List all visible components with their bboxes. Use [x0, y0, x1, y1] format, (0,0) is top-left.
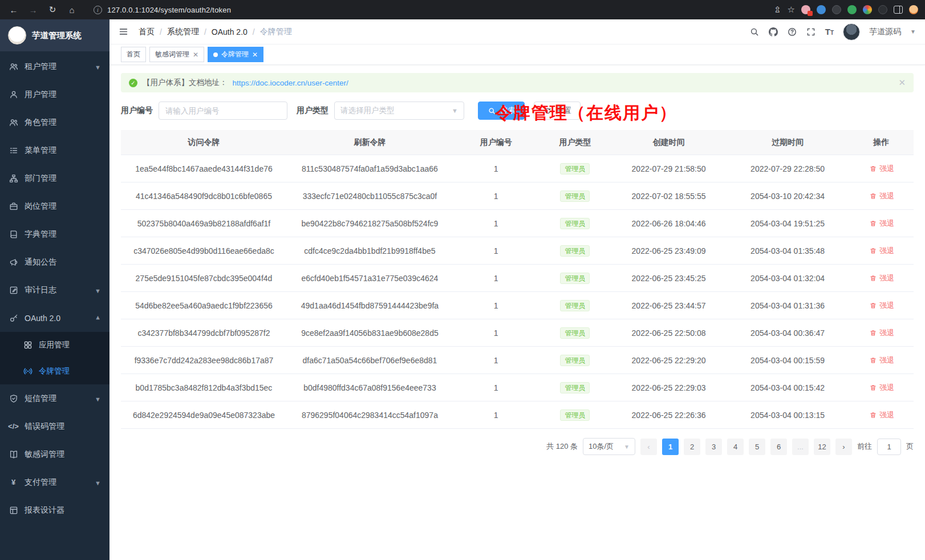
sidebar-item-dict[interactable]: 字典管理 [0, 220, 109, 248]
extension-icon-5[interactable] [863, 5, 872, 14]
actions-cell: 强退 [849, 218, 914, 229]
sidebar-item-tenant[interactable]: 租户管理▼ [0, 52, 109, 80]
notice-icon [9, 257, 18, 267]
admin-badge: 管理员 [560, 409, 590, 421]
sidebar-item-role[interactable]: 角色管理 [0, 108, 109, 136]
tab-home[interactable]: 首页 [121, 47, 146, 62]
tab-token[interactable]: 令牌管理✕ [208, 47, 263, 62]
main-area: 首页/系统管理/OAuth 2.0/令牌管理 TT 芋道源码 ▼ 首页敏感词管理… [109, 19, 925, 560]
sidebar-item-report[interactable]: 报表设计器 [0, 496, 109, 524]
chevron-down-icon: ▼ [95, 396, 101, 403]
breadcrumb-item[interactable]: 首页 [139, 27, 155, 37]
force-logout-button[interactable]: 强退 [868, 410, 894, 420]
tab-sensitive[interactable]: 敏感词管理✕ [149, 47, 204, 62]
breadcrumb-item[interactable]: 令牌管理 [260, 27, 292, 37]
sidebar-item-pay[interactable]: ¥支付管理▼ [0, 468, 109, 496]
goto-page-input[interactable] [877, 439, 901, 455]
page-button-1[interactable]: 1 [662, 439, 679, 455]
doc-link[interactable]: https://doc.iocoder.cn/user-center/ [233, 79, 348, 87]
extensions-puzzle-icon[interactable] [878, 5, 887, 14]
home-icon[interactable]: ⌂ [65, 3, 79, 17]
actions-cell: 强退 [849, 273, 914, 283]
bookmark-star-icon[interactable]: ☆ [788, 5, 795, 15]
force-logout-button[interactable]: 强退 [868, 164, 894, 174]
sidebar-item-notice[interactable]: 通知公告 [0, 248, 109, 276]
page-button-5[interactable]: 5 [749, 439, 765, 455]
next-page-button[interactable]: › [835, 439, 852, 455]
help-icon[interactable] [788, 27, 797, 36]
user-type-select[interactable]: 请选择用户类型 ▼ [334, 102, 464, 120]
sidebar: 芋道管理系统 租户管理▼用户管理角色管理菜单管理部门管理岗位管理字典管理通知公告… [0, 19, 109, 560]
page-button-6[interactable]: 6 [770, 439, 787, 455]
page-size-select[interactable]: 10条/页 ▼ [583, 438, 635, 455]
sidebar-item-label: 租户管理 [25, 62, 56, 72]
sidebar-item-label: 字典管理 [25, 229, 56, 240]
search-icon[interactable] [750, 27, 760, 36]
force-logout-button[interactable]: 强退 [868, 328, 894, 338]
force-logout-button[interactable]: 强退 [868, 355, 894, 366]
extension-icon-2[interactable] [817, 5, 826, 14]
force-logout-button[interactable]: 强退 [868, 301, 894, 311]
prev-page-button[interactable]: ‹ [640, 439, 657, 455]
page-button-4[interactable]: 4 [727, 439, 744, 455]
access-token-cell: c347026e805e4d99b0d116eae66eda8c [121, 246, 287, 255]
tab-close-icon[interactable]: ✕ [193, 51, 198, 59]
sidebar-item-sms[interactable]: 短信管理▼ [0, 384, 109, 412]
share-icon[interactable]: ⇫ [774, 5, 781, 15]
force-logout-button[interactable]: 强退 [868, 273, 894, 283]
forward-icon[interactable]: → [26, 3, 40, 17]
sidebar-item-menu[interactable]: 菜单管理 [0, 136, 109, 164]
address-bar[interactable]: i 127.0.0.1:1024/system/oauth2/token [84, 6, 768, 14]
breadcrumb-item[interactable]: OAuth 2.0 [212, 27, 248, 36]
username: 芋道源码 [869, 27, 901, 37]
chevron-down-icon[interactable]: ▼ [910, 29, 916, 35]
sidebar-item-audit[interactable]: 审计日志▼ [0, 276, 109, 304]
back-icon[interactable]: ← [7, 3, 21, 17]
page-button-...[interactable]: ... [792, 439, 809, 455]
delete-icon [868, 246, 878, 255]
force-logout-button[interactable]: 强退 [868, 191, 894, 201]
delete-icon [868, 383, 878, 392]
goto-suffix: 页 [906, 441, 914, 452]
profile-avatar-icon[interactable] [909, 5, 918, 14]
extension-icon-1[interactable] [801, 5, 810, 14]
extension-icon-4[interactable] [847, 5, 857, 14]
page-button-12[interactable]: 12 [814, 439, 830, 455]
search-button[interactable]: 搜索 [478, 102, 525, 120]
errcode-icon: </> [9, 421, 18, 431]
force-logout-button[interactable]: 强退 [868, 246, 894, 256]
extension-icon-3[interactable] [832, 5, 841, 14]
github-icon[interactable] [769, 27, 778, 36]
force-logout-button[interactable]: 强退 [868, 383, 894, 393]
chevron-down-icon: ▼ [95, 287, 101, 294]
sidebar-item-dept[interactable]: 部门管理 [0, 164, 109, 192]
tab-close-icon[interactable]: ✕ [252, 51, 258, 59]
sidebar-item-token[interactable]: 令牌管理 [0, 358, 109, 384]
sidebar-item-sensitive[interactable]: 敏感词管理 [0, 440, 109, 468]
fullscreen-icon[interactable] [806, 27, 816, 36]
access-token-cell: b0d1785bc3a8482f812db4a3f3bd15ec [121, 383, 287, 392]
reset-button[interactable]: 重置 [534, 102, 581, 120]
user-avatar[interactable] [843, 23, 860, 40]
sidebar-item-post[interactable]: 岗位管理 [0, 192, 109, 220]
page-button-3[interactable]: 3 [705, 439, 722, 455]
created-time-cell: 2022-06-25 22:50:08 [611, 328, 726, 338]
banner-close-icon[interactable]: ✕ [898, 78, 906, 88]
sidebar-item-oauth[interactable]: OAuth 2.0▼ [0, 304, 109, 332]
force-logout-button[interactable]: 强退 [868, 218, 894, 229]
page-button-2[interactable]: 2 [684, 439, 700, 455]
sidebar-panel-icon[interactable] [894, 6, 903, 14]
table-row: 275e5de9151045fe87cbdc395e004f4de6cfd40e… [121, 265, 914, 292]
admin-badge: 管理员 [560, 355, 590, 366]
dict-icon [9, 229, 18, 239]
app-logo-area[interactable]: 芋道管理系统 [0, 19, 109, 51]
site-info-icon[interactable]: i [94, 6, 102, 14]
collapse-menu-icon[interactable] [119, 27, 128, 36]
sidebar-item-errcode[interactable]: </>错误码管理 [0, 412, 109, 440]
font-size-icon[interactable]: TT [825, 27, 834, 36]
user-id-input[interactable] [159, 102, 287, 120]
reload-icon[interactable]: ↻ [46, 3, 59, 17]
sidebar-item-user[interactable]: 用户管理 [0, 80, 109, 108]
breadcrumb-item[interactable]: 系统管理 [167, 27, 199, 37]
sidebar-item-app[interactable]: 应用管理 [0, 332, 109, 358]
